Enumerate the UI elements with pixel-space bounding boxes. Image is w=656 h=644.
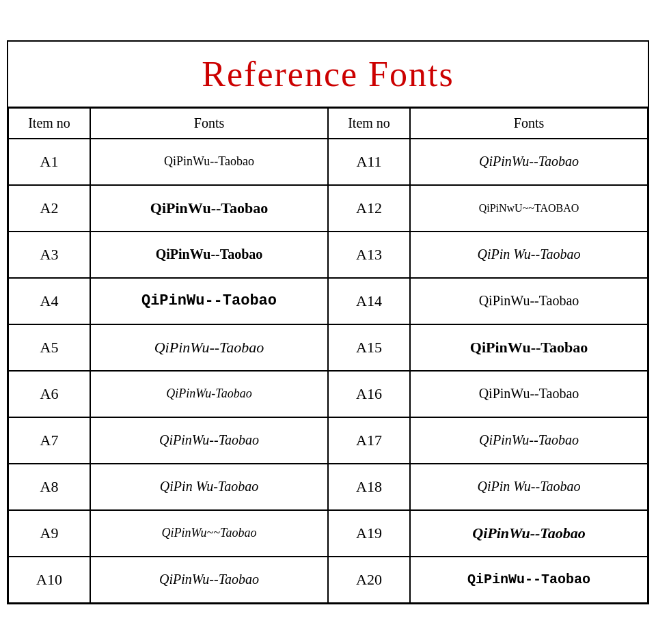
header-fonts-right: Fonts [410,108,648,139]
item-no-right-2: A12 [328,185,410,232]
item-no-left-7: A7 [8,417,90,464]
item-no-right-5: A15 [328,324,410,371]
font-left-4: QiPinWu--Taobao [90,278,328,324]
item-no-right-3: A13 [328,232,410,278]
font-right-3: QiPin Wu--Taobao [410,232,648,278]
item-no-right-4: A14 [328,278,410,324]
header-item-no-left: Item no [8,108,90,139]
item-no-left-1: A1 [8,139,90,185]
font-left-9: QiPinWu~~Taobao [90,510,328,557]
font-right-4: QiPinWu--Taobao [410,278,648,324]
page-title: Reference Fonts [202,55,454,94]
font-right-6: QiPinWu--Taobao [410,371,648,417]
font-left-6: QiPinWu-Taobao [90,371,328,417]
item-no-left-5: A5 [8,324,90,371]
item-no-right-9: A19 [328,510,410,557]
item-no-left-10: A10 [8,557,90,603]
item-no-right-1: A11 [328,139,410,185]
font-left-2: QiPinWu--Taobao [90,185,328,232]
font-right-2: QiPiNwU~~TAOBAO [410,185,648,232]
font-right-8: QiPin Wu--Taobao [410,464,648,510]
item-no-left-8: A8 [8,464,90,510]
item-no-left-9: A9 [8,510,90,557]
item-no-left-6: A6 [8,371,90,417]
font-grid: Item no Fonts Item no Fonts A1QiPinWu--T… [8,108,648,603]
header-fonts-left: Fonts [90,108,328,139]
font-right-7: QiPinWu--Taobao [410,417,648,464]
item-no-right-10: A20 [328,557,410,603]
item-no-right-6: A16 [328,371,410,417]
item-no-right-8: A18 [328,464,410,510]
title-row: Reference Fonts [8,42,648,108]
font-left-5: QiPinWu--Taobao [90,324,328,371]
font-left-8: QiPin Wu-Taobao [90,464,328,510]
font-left-3: QiPinWu--Taobao [90,232,328,278]
item-no-left-2: A2 [8,185,90,232]
font-right-5: QiPinWu--Taobao [410,324,648,371]
font-right-1: QiPinWu--Taobao [410,139,648,185]
font-left-7: QiPinWu--Taobao [90,417,328,464]
item-no-left-4: A4 [8,278,90,324]
item-no-left-3: A3 [8,232,90,278]
item-no-right-7: A17 [328,417,410,464]
font-left-10: QiPinWu--Taobao [90,557,328,603]
font-right-9: QiPinWu--Taobao [410,510,648,557]
reference-fonts-table: Reference Fonts Item no Fonts Item no Fo… [7,40,649,604]
font-left-1: QiPinWu--Taobao [90,139,328,185]
header-item-no-right: Item no [328,108,410,139]
font-right-10: QiPinWu--Taobao [410,557,648,603]
